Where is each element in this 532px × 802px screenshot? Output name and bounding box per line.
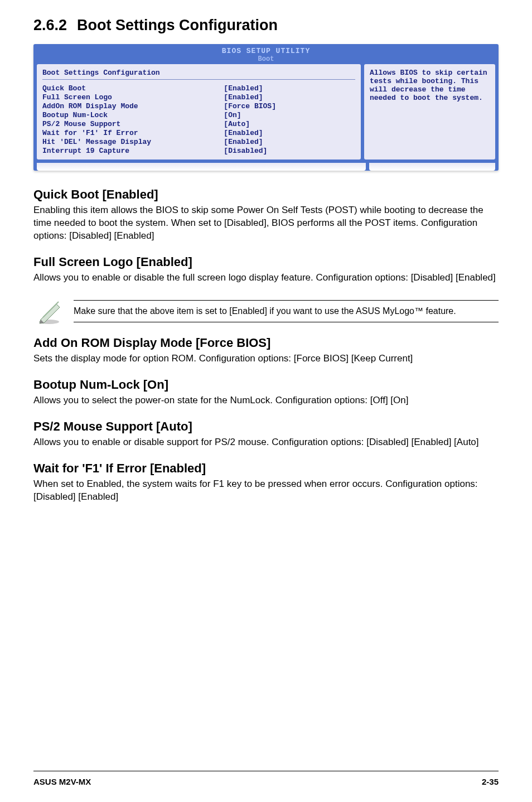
heading-addon-rom: Add On ROM Display Mode [Force BIOS] (33, 336, 499, 350)
body-wait-f1: When set to Enabled, the system waits fo… (33, 478, 499, 504)
section-number-title: 2.6.2 Boot Settings Configuration (33, 17, 499, 34)
bios-setting-value: [Enabled] (224, 84, 355, 93)
heading-bootup-numlock: Bootup Num-Lock [On] (33, 378, 499, 392)
footer-product: ASUS M2V-MX (33, 777, 91, 786)
bios-screenshot: BIOS SETUP UTILITY Boot Boot Settings Co… (33, 44, 499, 171)
page-footer: ASUS M2V-MX 2-35 (33, 771, 499, 786)
bios-setting-label: AddOn ROM Display Mode (42, 102, 224, 110)
heading-full-screen-logo: Full Screen Logo [Enabled] (33, 255, 499, 269)
bios-main-panel: Boot Settings Configuration Quick Boot[E… (37, 64, 361, 160)
bios-setting-value: [Enabled] (224, 93, 355, 102)
bios-setting-value: [Force BIOS] (224, 102, 355, 110)
heading-ps2-mouse: PS/2 Mouse Support [Auto] (33, 419, 499, 434)
body-quick-boot: Enabling this item allows the BIOS to sk… (33, 204, 499, 243)
bios-help-panel: Allows BIOS to skip certain tests while … (364, 64, 495, 160)
bios-setting-value: [On] (224, 111, 355, 119)
bios-header: BIOS SETUP UTILITY Boot (33, 44, 499, 64)
body-addon-rom: Sets the display mode for option ROM. Co… (33, 352, 499, 365)
bios-setting-label: Hit 'DEL' Message Display (42, 138, 224, 146)
heading-quick-boot: Quick Boot [Enabled] (33, 187, 499, 202)
heading-wait-f1: Wait for 'F1' If Error [Enabled] (33, 461, 499, 476)
bios-help-text: Allows BIOS to skip certain tests while … (370, 69, 487, 102)
body-ps2-mouse: Allows you to enable or disable support … (33, 436, 499, 449)
body-full-screen-logo: Allows you to enable or disable the full… (33, 272, 499, 284)
section-title: Boot Settings Configuration (77, 17, 278, 34)
bios-tab: Boot (33, 55, 499, 63)
note-text: Make sure that the above item is set to … (74, 306, 456, 316)
bios-settings-list: Quick Boot[Enabled] Full Screen Logo[Ena… (42, 84, 355, 155)
pencil-note-icon (33, 296, 65, 327)
bios-title: BIOS SETUP UTILITY (33, 47, 499, 55)
bios-panel-title: Boot Settings Configuration (42, 69, 355, 80)
note-callout: Make sure that the above item is set to … (33, 294, 499, 328)
bios-setting-label: Full Screen Logo (42, 93, 224, 102)
body-bootup-numlock: Allows you to select the power-on state … (33, 394, 499, 407)
bios-setting-label: Quick Boot (42, 84, 224, 93)
bios-setting-value: [Enabled] (224, 138, 355, 146)
bios-setting-label: PS/2 Mouse Support (42, 120, 224, 128)
bios-setting-label: Wait for 'F1' If Error (42, 129, 224, 137)
bios-setting-value: [Disabled] (224, 147, 355, 155)
bios-setting-label: Bootup Num-Lock (42, 111, 224, 119)
section-number: 2.6.2 (33, 17, 67, 34)
footer-page-number: 2-35 (482, 777, 499, 786)
bios-setting-value: [Auto] (224, 120, 355, 128)
bios-setting-value: [Enabled] (224, 129, 355, 137)
bios-setting-label: Interrupt 19 Capture (42, 147, 224, 155)
